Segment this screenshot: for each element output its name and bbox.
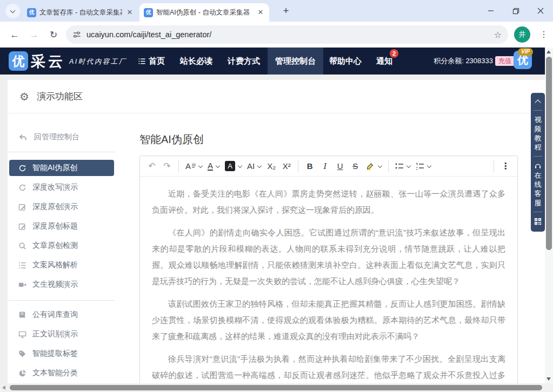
sidebar-item-style-analysis[interactable]: 文案风格解析 bbox=[9, 257, 114, 273]
sidebar-back-to-console[interactable]: 回管理控制台 bbox=[18, 130, 79, 145]
notification-badge: 2 bbox=[390, 49, 398, 58]
page-title: 智能AI伪原创 bbox=[139, 132, 204, 147]
search-icon bbox=[18, 242, 26, 250]
window-controls bbox=[478, 0, 553, 22]
close-icon bbox=[537, 8, 544, 14]
nav-item-pricing[interactable]: 计费方式 bbox=[226, 48, 262, 75]
superscript-button[interactable]: X² bbox=[280, 159, 293, 174]
edit-icon bbox=[18, 203, 26, 211]
tab-ai-rewrite-active[interactable]: 优 智能AI伪原创 - 自动文章采集器 ✕ bbox=[139, 3, 269, 22]
highlight-button[interactable] bbox=[364, 159, 383, 174]
close-tab-icon[interactable]: ✕ bbox=[256, 8, 265, 17]
undo-button[interactable]: ↶ bbox=[145, 159, 158, 174]
nav-item-home[interactable]: 首页 bbox=[134, 48, 169, 75]
bold-button[interactable]: B bbox=[303, 159, 316, 174]
sidebar-item-public-lexicon[interactable]: 公有词库查询 bbox=[9, 307, 114, 323]
recharge-button[interactable]: 充值 bbox=[495, 56, 515, 66]
address-bar[interactable]: ucaiyun.com/caiji/test_ai_generator/ ☆ bbox=[66, 25, 508, 44]
monitor-icon bbox=[18, 330, 26, 339]
sidebar-item-deep-rewrite[interactable]: 深度改写演示 bbox=[9, 179, 114, 195]
tab-search-button[interactable] bbox=[5, 4, 20, 18]
numbered-list-icon bbox=[416, 163, 424, 170]
browser-menu-button[interactable]: ⋮ bbox=[537, 28, 550, 42]
nav-item-help[interactable]: 帮助中心 bbox=[328, 48, 363, 75]
chevron-down-icon bbox=[378, 163, 382, 167]
numbered-list-button[interactable] bbox=[414, 159, 432, 174]
nav-item-console-active[interactable]: 管理控制台 bbox=[268, 48, 323, 75]
profile-avatar[interactable]: 井 bbox=[514, 26, 530, 43]
scroll-up-arrow[interactable] bbox=[547, 50, 551, 53]
nav-item-must-read[interactable]: 站长必读 bbox=[178, 48, 214, 75]
sidebar-item-deep-original[interactable]: 深度原创演示 bbox=[9, 199, 114, 215]
ordered-list-icon bbox=[18, 261, 26, 269]
tab-article-storage[interactable]: 优 文章暂存库 - 自动文章采集器- ✕ bbox=[23, 3, 138, 22]
sidebar-item-tag-extraction[interactable]: 智能提取标签 bbox=[9, 346, 114, 362]
edit-icon bbox=[18, 222, 26, 231]
sidebar-item-originality-check[interactable]: 文章原创检测 bbox=[9, 238, 114, 254]
pie-icon bbox=[18, 369, 26, 377]
text-lines-icon bbox=[192, 164, 196, 168]
sync-icon bbox=[18, 164, 26, 172]
back-button[interactable]: ← bbox=[8, 28, 22, 42]
chevron-down-icon bbox=[10, 8, 16, 13]
strikethrough-button[interactable]: S bbox=[349, 159, 362, 174]
toolbar-separator bbox=[178, 160, 179, 172]
close-window-button[interactable] bbox=[528, 0, 553, 22]
forward-button[interactable]: → bbox=[27, 28, 41, 42]
section-title: 演示功能区 bbox=[37, 90, 83, 103]
subscript-button[interactable]: X₂ bbox=[265, 159, 278, 174]
toolbar-overflow-button[interactable]: ⋮ bbox=[499, 159, 512, 174]
sidebar-divider bbox=[9, 300, 115, 301]
tag-icon bbox=[18, 350, 26, 358]
underline-button[interactable]: U bbox=[334, 159, 347, 174]
minimize-button[interactable] bbox=[478, 0, 503, 22]
paragraph: 《在人间》的剧情走向确实令人困惑。它试图通过所谓的“意识流”技巧来叙述故事，但呈… bbox=[152, 225, 505, 289]
video-tutorial-button[interactable]: 视频教程 bbox=[534, 115, 542, 152]
close-tab-icon[interactable]: ✕ bbox=[125, 8, 134, 17]
bullet-list-button[interactable] bbox=[394, 159, 412, 174]
scroll-down-arrow[interactable] bbox=[547, 377, 551, 381]
qr-code-icon[interactable] bbox=[534, 218, 542, 225]
reload-button[interactable]: ↻ bbox=[46, 28, 61, 42]
online-service-button[interactable]: 在线客服 bbox=[534, 171, 542, 207]
editor-content[interactable]: 近期，备受关注的电影《在人间》票房走势突然逆转，赵丽颖、张一山等一众演员遭遇了众… bbox=[140, 177, 517, 392]
text-color-button[interactable]: A bbox=[206, 159, 221, 174]
italic-button[interactable]: I bbox=[318, 159, 331, 174]
site-favicon: 优 bbox=[144, 8, 153, 17]
bookmark-star-icon[interactable]: ☆ bbox=[494, 30, 502, 40]
vertical-scrollbar-thumb[interactable] bbox=[546, 57, 552, 250]
headset-icon bbox=[534, 162, 542, 170]
chevron-down-icon bbox=[407, 163, 411, 167]
vertical-scrollbar[interactable] bbox=[545, 48, 553, 383]
chevron-down-icon bbox=[257, 163, 262, 167]
restore-button[interactable] bbox=[503, 0, 528, 22]
font-style-button[interactable]: A bbox=[184, 159, 204, 174]
collapse-chevron-icon[interactable] bbox=[535, 99, 541, 105]
chevron-down-icon bbox=[238, 163, 242, 167]
sidebar-item-ai-rewrite[interactable]: 智能AI伪原创 bbox=[9, 160, 114, 176]
horizontal-scrollbar[interactable] bbox=[0, 383, 553, 392]
credit-balance: 积分余额: 2308333 bbox=[427, 48, 493, 75]
sidebar-item-body-recognition[interactable]: 正文识别演示 bbox=[9, 326, 114, 342]
font-size-button[interactable]: AI bbox=[245, 159, 263, 174]
site-navbar: 优 采云 AI时代内容工厂 首页 站长必读 计费方式 管理控制台 帮助中心 通知… bbox=[0, 48, 553, 75]
horizontal-scrollbar-thumb[interactable] bbox=[10, 385, 542, 390]
background-color-button[interactable]: A bbox=[223, 159, 243, 174]
chevron-down-icon bbox=[216, 163, 220, 167]
scroll-left-arrow[interactable] bbox=[2, 386, 5, 390]
site-logo[interactable]: 优 bbox=[9, 51, 28, 71]
new-tab-button[interactable]: + bbox=[279, 4, 293, 18]
toolbar-separator bbox=[388, 160, 389, 172]
sidebar-item-text-classification[interactable]: 文本智能分类 bbox=[9, 365, 114, 381]
tab-title: 文章暂存库 - 自动文章采集器- bbox=[39, 8, 122, 17]
list-icon bbox=[138, 57, 146, 65]
sidebar-item-text-to-video[interactable]: 文生视频演示 bbox=[9, 276, 114, 293]
redo-button[interactable]: ↷ bbox=[161, 159, 174, 174]
gear-icon: ⚙ bbox=[19, 90, 29, 103]
sidebar-item-original-title[interactable]: 深度原创标题 bbox=[9, 218, 114, 234]
paragraph: 该剧试图效仿王家卫的独特风格，但却未能真正把握其精髓，反而让人感到更加困惑。剧情… bbox=[152, 296, 505, 344]
vip-badge: VIP bbox=[518, 48, 533, 56]
url-text: ucaiyun.com/caiji/test_ai_generator/ bbox=[86, 30, 494, 39]
site-logo-name: 采云 bbox=[31, 52, 65, 71]
tab-strip: 优 文章暂存库 - 自动文章采集器- ✕ 优 智能AI伪原创 - 自动文章采集器… bbox=[0, 0, 553, 22]
